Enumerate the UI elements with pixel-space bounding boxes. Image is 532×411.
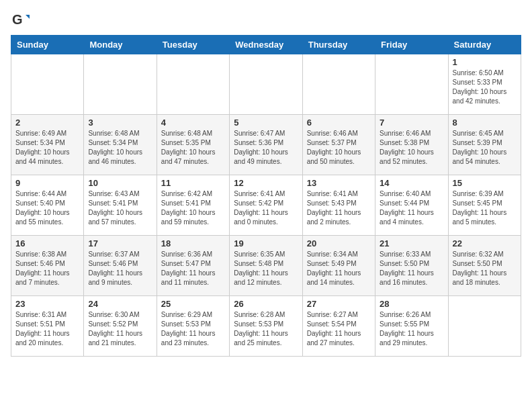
day-info: Sunrise: 6:41 AM Sunset: 5:42 PM Dayligh… (234, 189, 298, 227)
day-info: Sunrise: 6:34 AM Sunset: 5:49 PM Dayligh… (307, 250, 371, 287)
day-info: Sunrise: 6:30 AM Sunset: 5:52 PM Dayligh… (88, 310, 152, 348)
logo-icon: G (11, 11, 30, 30)
day-number: 2 (15, 118, 79, 128)
day-info: Sunrise: 6:50 AM Sunset: 5:33 PM Dayligh… (453, 68, 517, 106)
day-cell: 13Sunrise: 6:41 AM Sunset: 5:43 PM Dayli… (302, 175, 375, 236)
header: G (11, 11, 521, 30)
week-row-3: 9Sunrise: 6:44 AM Sunset: 5:40 PM Daylig… (11, 175, 521, 236)
day-number: 26 (234, 299, 298, 309)
day-cell: 26Sunrise: 6:28 AM Sunset: 5:53 PM Dayli… (230, 296, 302, 357)
day-number: 14 (380, 178, 443, 188)
day-number: 12 (234, 178, 298, 188)
day-cell (375, 54, 448, 115)
day-info: Sunrise: 6:43 AM Sunset: 5:41 PM Dayligh… (88, 189, 152, 227)
day-cell (157, 54, 229, 115)
day-info: Sunrise: 6:36 AM Sunset: 5:47 PM Dayligh… (161, 250, 225, 287)
day-number: 25 (161, 299, 225, 309)
day-cell: 1Sunrise: 6:50 AM Sunset: 5:33 PM Daylig… (448, 54, 521, 115)
weekday-header-sunday: Sunday (11, 36, 84, 54)
logo: G (11, 11, 32, 30)
day-number: 28 (380, 299, 443, 309)
day-cell: 18Sunrise: 6:36 AM Sunset: 5:47 PM Dayli… (157, 236, 229, 296)
day-cell: 15Sunrise: 6:39 AM Sunset: 5:45 PM Dayli… (448, 175, 521, 236)
day-cell: 19Sunrise: 6:35 AM Sunset: 5:48 PM Dayli… (230, 236, 302, 296)
day-cell (11, 54, 84, 115)
day-number: 8 (453, 118, 517, 128)
day-info: Sunrise: 6:46 AM Sunset: 5:38 PM Dayligh… (380, 129, 443, 167)
day-cell: 17Sunrise: 6:37 AM Sunset: 5:46 PM Dayli… (84, 236, 157, 296)
weekday-header-row: SundayMondayTuesdayWednesdayThursdayFrid… (11, 36, 521, 54)
day-info: Sunrise: 6:33 AM Sunset: 5:50 PM Dayligh… (380, 250, 443, 287)
day-number: 19 (234, 238, 298, 248)
day-number: 10 (88, 178, 152, 188)
weekday-header-monday: Monday (84, 36, 157, 54)
day-info: Sunrise: 6:38 AM Sunset: 5:46 PM Dayligh… (15, 250, 79, 287)
day-cell (302, 54, 375, 115)
svg-marker-1 (26, 15, 30, 19)
day-info: Sunrise: 6:42 AM Sunset: 5:41 PM Dayligh… (161, 189, 225, 227)
day-info: Sunrise: 6:40 AM Sunset: 5:44 PM Dayligh… (380, 189, 443, 227)
day-info: Sunrise: 6:27 AM Sunset: 5:54 PM Dayligh… (307, 310, 371, 348)
day-info: Sunrise: 6:29 AM Sunset: 5:53 PM Dayligh… (161, 310, 225, 348)
day-info: Sunrise: 6:49 AM Sunset: 5:34 PM Dayligh… (15, 129, 79, 167)
day-number: 7 (380, 118, 443, 128)
day-info: Sunrise: 6:48 AM Sunset: 5:34 PM Dayligh… (88, 129, 152, 167)
day-info: Sunrise: 6:45 AM Sunset: 5:39 PM Dayligh… (453, 129, 517, 167)
day-number: 13 (307, 178, 371, 188)
day-cell: 20Sunrise: 6:34 AM Sunset: 5:49 PM Dayli… (302, 236, 375, 296)
day-info: Sunrise: 6:26 AM Sunset: 5:55 PM Dayligh… (380, 310, 443, 348)
day-info: Sunrise: 6:35 AM Sunset: 5:48 PM Dayligh… (234, 250, 298, 287)
day-info: Sunrise: 6:44 AM Sunset: 5:40 PM Dayligh… (15, 189, 79, 227)
weekday-header-friday: Friday (375, 36, 448, 54)
day-number: 24 (88, 299, 152, 309)
day-number: 17 (88, 238, 152, 248)
day-number: 5 (234, 118, 298, 128)
day-number: 9 (15, 178, 79, 188)
day-cell: 8Sunrise: 6:45 AM Sunset: 5:39 PM Daylig… (448, 115, 521, 175)
day-cell: 3Sunrise: 6:48 AM Sunset: 5:34 PM Daylig… (84, 115, 157, 175)
day-cell: 27Sunrise: 6:27 AM Sunset: 5:54 PM Dayli… (302, 296, 375, 357)
day-number: 4 (161, 118, 225, 128)
day-cell: 24Sunrise: 6:30 AM Sunset: 5:52 PM Dayli… (84, 296, 157, 357)
weekday-header-wednesday: Wednesday (230, 36, 302, 54)
day-info: Sunrise: 6:37 AM Sunset: 5:46 PM Dayligh… (88, 250, 152, 287)
week-row-4: 16Sunrise: 6:38 AM Sunset: 5:46 PM Dayli… (11, 236, 521, 296)
week-row-5: 23Sunrise: 6:31 AM Sunset: 5:51 PM Dayli… (11, 296, 521, 357)
day-cell: 23Sunrise: 6:31 AM Sunset: 5:51 PM Dayli… (11, 296, 84, 357)
day-number: 6 (307, 118, 371, 128)
day-cell: 9Sunrise: 6:44 AM Sunset: 5:40 PM Daylig… (11, 175, 84, 236)
day-info: Sunrise: 6:31 AM Sunset: 5:51 PM Dayligh… (15, 310, 79, 348)
weekday-header-thursday: Thursday (302, 36, 375, 54)
day-cell: 7Sunrise: 6:46 AM Sunset: 5:38 PM Daylig… (375, 115, 448, 175)
week-row-2: 2Sunrise: 6:49 AM Sunset: 5:34 PM Daylig… (11, 115, 521, 175)
day-cell: 10Sunrise: 6:43 AM Sunset: 5:41 PM Dayli… (84, 175, 157, 236)
day-cell: 21Sunrise: 6:33 AM Sunset: 5:50 PM Dayli… (375, 236, 448, 296)
day-number: 20 (307, 238, 371, 248)
svg-text:G: G (12, 12, 23, 27)
day-info: Sunrise: 6:48 AM Sunset: 5:35 PM Dayligh… (161, 129, 225, 167)
weekday-header-saturday: Saturday (448, 36, 521, 54)
day-cell: 12Sunrise: 6:41 AM Sunset: 5:42 PM Dayli… (230, 175, 302, 236)
day-number: 23 (15, 299, 79, 309)
day-cell: 2Sunrise: 6:49 AM Sunset: 5:34 PM Daylig… (11, 115, 84, 175)
day-number: 1 (453, 57, 517, 67)
day-number: 3 (88, 118, 152, 128)
day-cell: 22Sunrise: 6:32 AM Sunset: 5:50 PM Dayli… (448, 236, 521, 296)
day-info: Sunrise: 6:41 AM Sunset: 5:43 PM Dayligh… (307, 189, 371, 227)
day-cell (448, 296, 521, 357)
day-cell: 25Sunrise: 6:29 AM Sunset: 5:53 PM Dayli… (157, 296, 229, 357)
day-cell: 11Sunrise: 6:42 AM Sunset: 5:41 PM Dayli… (157, 175, 229, 236)
day-number: 27 (307, 299, 371, 309)
weekday-header-tuesday: Tuesday (157, 36, 229, 54)
week-row-1: 1Sunrise: 6:50 AM Sunset: 5:33 PM Daylig… (11, 54, 521, 115)
day-number: 21 (380, 238, 443, 248)
day-cell: 6Sunrise: 6:46 AM Sunset: 5:37 PM Daylig… (302, 115, 375, 175)
day-info: Sunrise: 6:47 AM Sunset: 5:36 PM Dayligh… (234, 129, 298, 167)
calendar-table: SundayMondayTuesdayWednesdayThursdayFrid… (11, 35, 521, 357)
day-cell: 4Sunrise: 6:48 AM Sunset: 5:35 PM Daylig… (157, 115, 229, 175)
day-info: Sunrise: 6:28 AM Sunset: 5:53 PM Dayligh… (234, 310, 298, 348)
day-number: 16 (15, 238, 79, 248)
day-cell: 5Sunrise: 6:47 AM Sunset: 5:36 PM Daylig… (230, 115, 302, 175)
day-cell (84, 54, 157, 115)
day-number: 22 (453, 238, 517, 248)
